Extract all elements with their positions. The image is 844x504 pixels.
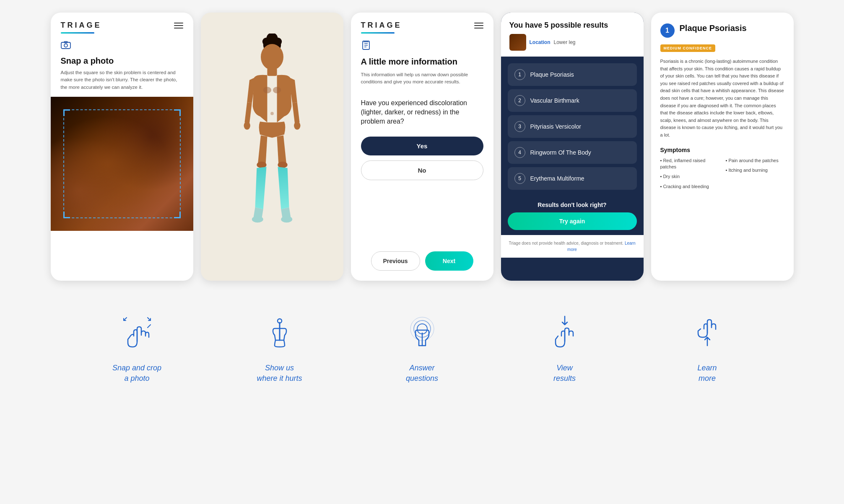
- result-number-1: 1: [514, 69, 525, 80]
- svg-point-16: [252, 216, 263, 222]
- result-item-5[interactable]: 5 Erythema Multiforme: [508, 167, 637, 190]
- result-number-5: 5: [514, 173, 525, 184]
- location-thumbnail: [509, 34, 526, 51]
- result-number-2: 2: [514, 95, 525, 106]
- retry-section: Results don't look right? Try again: [501, 197, 644, 235]
- phone1-header: TRIAGE: [51, 13, 193, 30]
- title-row: 1 Plaque Psoriasis: [660, 23, 784, 39]
- symptoms-title: Symptoms: [660, 147, 784, 153]
- svg-rect-8: [267, 68, 277, 76]
- phone3-accent-line: [361, 32, 395, 34]
- condition-title: Plaque Psoriasis: [680, 23, 747, 34]
- retry-label: Results don't look right?: [508, 202, 637, 208]
- svg-point-24: [417, 324, 427, 334]
- svg-point-9: [263, 87, 271, 93]
- result-number-3: 3: [514, 121, 525, 132]
- phone-snap: TRIAGE Snap a photo Adjust the square so…: [51, 13, 193, 281]
- tap-up-icon: [686, 310, 728, 352]
- photo-preview: [51, 97, 193, 231]
- results-header: You have 5 possible results Location Low…: [501, 13, 644, 57]
- step-snap: Snap and cropa photo: [66, 306, 208, 384]
- phones-row: TRIAGE Snap a photo Adjust the square so…: [51, 13, 794, 281]
- crop-corner-br: [174, 212, 181, 218]
- crop-corner-bl: [63, 212, 70, 218]
- step-body: Show uswhere it hurts: [208, 306, 351, 384]
- result-name-1: Plaque Psoriasis: [530, 71, 574, 78]
- tap-icon: [259, 310, 301, 352]
- phone-questions: TRIAGE A little more information This in…: [351, 13, 493, 281]
- step-snap-label: Snap and cropa photo: [112, 363, 161, 384]
- confidence-badge: MEDIUM CONFIDENCE: [660, 44, 716, 52]
- svg-point-7: [261, 44, 283, 70]
- phone3-app-title: TRIAGE: [361, 21, 402, 30]
- step-questions-icon-container: [397, 306, 447, 356]
- tap-expand-icon: [116, 310, 158, 352]
- svg-point-1: [64, 44, 68, 47]
- previous-button[interactable]: Previous: [371, 251, 420, 271]
- crop-corner-tl: [63, 109, 70, 116]
- main-content: TRIAGE Snap a photo Adjust the square so…: [0, 0, 844, 401]
- result-name-3: Pityriasis Versicolor: [530, 123, 581, 130]
- condition-number-badge: 1: [660, 23, 675, 38]
- try-again-button[interactable]: Try again: [508, 212, 637, 230]
- question-section-desc: This information will help us narrow dow…: [361, 71, 483, 86]
- phone1-accent-line: [61, 32, 94, 34]
- step-body-icon-container: [254, 306, 305, 356]
- form-icon: [361, 40, 483, 53]
- snap-title: Snap a photo: [61, 56, 183, 66]
- detail-content: 1 Plaque Psoriasis MEDIUM CONFIDENCE Pso…: [651, 13, 794, 203]
- symptoms-grid: Red, inflamed raised patches Dry skin Cr…: [660, 158, 784, 194]
- disclaimer: Triage does not provide health advice, d…: [501, 235, 644, 258]
- crop-corner-tr: [174, 109, 181, 116]
- tap-down-icon: [544, 310, 586, 352]
- symptom-4: Pain around the patches: [726, 158, 784, 164]
- result-item-2[interactable]: 2 Vascular Birthmark: [508, 89, 637, 112]
- step-results: Viewresults: [493, 306, 636, 384]
- camera-icon: [61, 40, 183, 53]
- phone3-header: TRIAGE: [351, 13, 493, 30]
- step-learn-label: Learnmore: [697, 363, 717, 384]
- body-figure: [222, 13, 322, 281]
- step-snap-icon-container: [112, 306, 162, 356]
- steps-row: Snap and cropa photo Show uswhere it hur…: [17, 302, 827, 401]
- tap-ripple-icon: [401, 310, 443, 352]
- phone-results: You have 5 possible results Location Low…: [501, 13, 644, 281]
- next-button[interactable]: Next: [425, 251, 473, 271]
- result-name-2: Vascular Birthmark: [530, 97, 579, 104]
- symptom-1: Red, inflamed raised patches: [660, 158, 719, 171]
- body-figure-svg[interactable]: [230, 34, 314, 260]
- svg-point-13: [294, 121, 300, 129]
- disclaimer-text: Triage does not provide health advice, d…: [509, 241, 623, 246]
- result-name-5: Erythema Multiforme: [530, 175, 584, 182]
- crop-overlay: [63, 109, 181, 218]
- location-value: Lower leg: [554, 39, 576, 45]
- hamburger-menu-icon[interactable]: [174, 23, 183, 28]
- result-item-1[interactable]: 1 Plaque Psoriasis: [508, 63, 637, 86]
- svg-point-5: [262, 38, 270, 46]
- result-item-4[interactable]: 4 Ringworm Of The Body: [508, 141, 637, 164]
- snap-description: Adjust the square so the skin problem is…: [61, 69, 183, 91]
- symptoms-col-1: Red, inflamed raised patches Dry skin Cr…: [660, 158, 719, 194]
- svg-point-10: [273, 87, 280, 93]
- symptoms-col-2: Pain around the patches Itching and burn…: [726, 158, 784, 194]
- step-results-label: Viewresults: [553, 363, 576, 384]
- svg-point-17: [281, 216, 292, 222]
- location-label: Location: [530, 39, 551, 45]
- symptom-3: Cracking and bleeding: [660, 184, 719, 190]
- phone-body-selector: [201, 13, 343, 281]
- step-questions: Answerquestions: [351, 306, 493, 384]
- navigation-row: Previous Next: [361, 251, 483, 271]
- condition-description: Psoriasis is a chronic (long-lasting) au…: [660, 58, 784, 139]
- result-item-3[interactable]: 3 Pityriasis Versicolor: [508, 115, 637, 138]
- phone3-hamburger[interactable]: [474, 23, 483, 28]
- yes-button[interactable]: Yes: [361, 137, 483, 155]
- svg-point-12: [244, 121, 250, 129]
- results-title: You have 5 possible results: [509, 21, 635, 30]
- step-learn-icon-container: [682, 306, 732, 356]
- step-results-icon-container: [540, 306, 590, 356]
- symptom-5: Itching and burning: [726, 167, 784, 173]
- svg-rect-0: [61, 42, 70, 49]
- no-button[interactable]: No: [361, 160, 483, 180]
- result-name-4: Ringworm Of The Body: [530, 149, 591, 156]
- question-text: Have you experienced discoloration (ligh…: [361, 98, 483, 127]
